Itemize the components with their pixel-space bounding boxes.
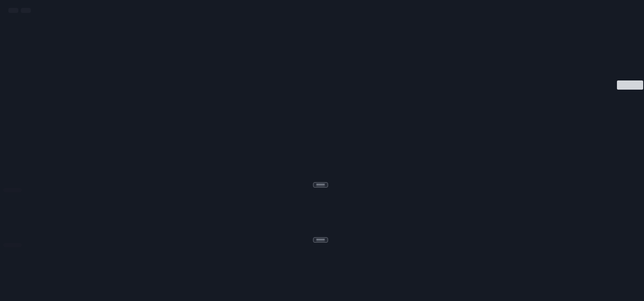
timeframe-daily-button[interactable] xyxy=(8,8,18,13)
timeframe-toolbar xyxy=(8,8,31,13)
stoch-indicator-chip[interactable] xyxy=(3,243,22,247)
handle-grip-line xyxy=(316,184,325,185)
trading-chart-app xyxy=(0,0,644,301)
rsi-indicator-chip[interactable] xyxy=(3,188,22,192)
handle-grip-line xyxy=(316,239,325,240)
chart-style-mid-button[interactable] xyxy=(21,8,31,13)
chart-canvas[interactable] xyxy=(0,0,644,301)
handle-grip-line xyxy=(316,241,325,241)
last-price-tag xyxy=(617,80,643,90)
handle-grip-line xyxy=(316,186,325,186)
pane-resize-handle-rsi[interactable] xyxy=(313,182,328,188)
pane-resize-handle-stoch[interactable] xyxy=(313,237,328,243)
